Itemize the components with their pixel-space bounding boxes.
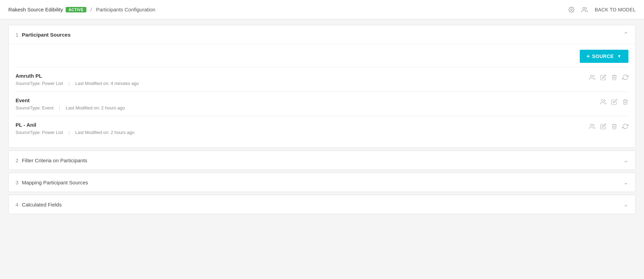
source-info-event: Event SourceType: Event | Last Modified … [16, 97, 600, 110]
delete-icon-pl-anil[interactable] [611, 123, 617, 129]
source-name-event: Event [16, 97, 600, 103]
svg-point-1 [583, 7, 585, 9]
meta-sep-3: | [68, 130, 69, 135]
section-participant-sources: 1 Participant Sources ⌃ + SOURCE ▼ Amrut… [8, 25, 636, 148]
last-modified-pl-anil: Last Modified on: 2 hours ago [75, 130, 134, 135]
section-mapping: 3 Mapping Participant Sources ⌄ [8, 173, 636, 192]
source-type-event: SourceType: Event [16, 105, 54, 110]
edit-icon-event[interactable] [611, 99, 617, 105]
section-4-header[interactable]: 4 Calculated Fields ⌄ [9, 195, 635, 214]
add-source-button[interactable]: + SOURCE ▼ [580, 50, 628, 63]
status-badge: ACTIVE [66, 7, 86, 12]
meta-sep-2: | [59, 105, 60, 110]
gear-icon[interactable] [568, 7, 575, 13]
source-item-amruth-pl: Amruth PL SourceType: Power List | Last … [16, 67, 628, 92]
source-actions-pl-anil [589, 122, 628, 129]
section-3-title: Mapping Participant Sources [22, 180, 88, 185]
section-1-title: Participant Sources [22, 32, 70, 38]
section-4-number: 4 [16, 202, 18, 208]
source-meta-pl-anil: SourceType: Power List | Last Modified o… [16, 130, 589, 135]
source-actions-event [600, 97, 628, 105]
svg-point-2 [590, 75, 593, 77]
delete-icon-amruth-pl[interactable] [611, 74, 617, 80]
header-actions: BACK TO MODEL [568, 7, 636, 13]
main-content: 1 Participant Sources ⌃ + SOURCE ▼ Amrut… [0, 19, 644, 220]
source-info-pl-anil: PL - Anil SourceType: Power List | Last … [16, 122, 589, 135]
section-1-collapse-icon[interactable]: ⌃ [623, 31, 628, 38]
source-name-amruth-pl: Amruth PL [16, 73, 589, 79]
section-3-header-left: 3 Mapping Participant Sources [16, 180, 88, 185]
source-info-amruth-pl: Amruth PL SourceType: Power List | Last … [16, 73, 589, 86]
section-3-header[interactable]: 3 Mapping Participant Sources ⌄ [9, 173, 635, 192]
users-svg [581, 7, 588, 13]
plus-icon: + [587, 53, 590, 59]
last-modified-amruth-pl: Last Modified on: 4 minutes ago [75, 81, 139, 86]
section-2-title: Filter Criteria on Participants [22, 157, 87, 163]
section-2-header-left: 2 Filter Criteria on Participants [16, 157, 87, 163]
section-calculated-fields: 4 Calculated Fields ⌄ [8, 195, 636, 214]
section-1-header-left: 1 Participant Sources [16, 32, 70, 38]
edit-icon-amruth-pl[interactable] [600, 74, 606, 80]
meta-sep-1: | [68, 81, 69, 86]
source-name-pl-anil: PL - Anil [16, 122, 589, 128]
svg-point-4 [590, 124, 593, 126]
source-meta-event: SourceType: Event | Last Modified on: 2 … [16, 105, 600, 110]
source-item-event: Event SourceType: Event | Last Modified … [16, 92, 628, 116]
add-source-row: + SOURCE ▼ [16, 44, 628, 67]
dropdown-arrow-icon: ▼ [617, 54, 622, 59]
source-meta-amruth-pl: SourceType: Power List | Last Modified o… [16, 81, 589, 86]
refresh-icon-amruth-pl[interactable] [622, 74, 628, 80]
section-4-title: Calculated Fields [22, 202, 61, 208]
source-item-pl-anil: PL - Anil SourceType: Power List | Last … [16, 116, 628, 141]
users-icon[interactable] [581, 7, 588, 13]
source-actions-amruth-pl [589, 73, 628, 80]
section-1-number: 1 [16, 32, 18, 38]
section-3-number: 3 [16, 180, 18, 185]
svg-point-0 [571, 9, 572, 10]
breadcrumb-separator: / [91, 7, 92, 12]
breadcrumb: Rakesh Source Edibility ACTIVE / Partici… [8, 7, 155, 12]
add-source-label: SOURCE [592, 54, 614, 59]
app-name: Rakesh Source Edibility [8, 7, 63, 12]
section-4-header-left: 4 Calculated Fields [16, 202, 61, 208]
section-2-expand-icon[interactable]: ⌄ [623, 156, 628, 164]
svg-point-3 [602, 99, 604, 102]
participants-icon-amruth-pl[interactable] [589, 74, 595, 80]
refresh-icon-pl-anil[interactable] [622, 123, 628, 129]
section-1-body: + SOURCE ▼ Amruth PL SourceType: Power L… [9, 44, 635, 147]
back-to-model-button[interactable]: BACK TO MODEL [595, 7, 636, 12]
section-1-header[interactable]: 1 Participant Sources ⌃ [9, 25, 635, 44]
page-header: Rakesh Source Edibility ACTIVE / Partici… [0, 0, 644, 19]
last-modified-event: Last Modified on: 2 hours ago [66, 105, 125, 110]
delete-icon-event[interactable] [622, 99, 628, 105]
section-2-number: 2 [16, 157, 18, 163]
participants-icon-pl-anil[interactable] [589, 123, 595, 129]
settings-svg [568, 7, 575, 13]
section-2-header[interactable]: 2 Filter Criteria on Participants ⌄ [9, 151, 635, 170]
source-type-pl-anil: SourceType: Power List [16, 130, 63, 135]
page-name: Participants Configuration [96, 7, 155, 12]
edit-icon-pl-anil[interactable] [600, 123, 606, 129]
participants-icon-event[interactable] [600, 99, 606, 105]
source-type-amruth-pl: SourceType: Power List [16, 81, 63, 86]
section-4-expand-icon[interactable]: ⌄ [623, 201, 628, 208]
section-filter-criteria: 2 Filter Criteria on Participants ⌄ [8, 151, 636, 170]
section-3-expand-icon[interactable]: ⌄ [623, 179, 628, 186]
